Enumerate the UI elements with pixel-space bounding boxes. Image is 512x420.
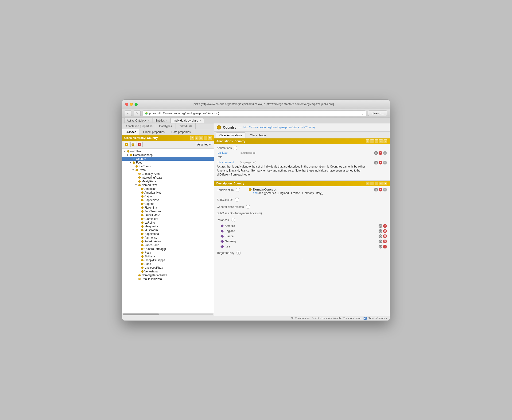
- ann-delete-btn-1[interactable]: ✕: [379, 161, 382, 165]
- add-instance-button[interactable]: +: [231, 218, 235, 222]
- inst-delete-btn-france[interactable]: ✕: [383, 234, 387, 238]
- subtab-individuals[interactable]: Individuals: [175, 123, 196, 129]
- ann-delete-btn-0[interactable]: ✕: [379, 151, 382, 155]
- inst-at-btn-germany[interactable]: @: [379, 240, 382, 243]
- ctrl-collapse[interactable]: –: [204, 136, 207, 140]
- ann-at-btn-0[interactable]: @: [374, 151, 378, 155]
- add-target-key-button[interactable]: +: [237, 251, 241, 255]
- tree-item-siciliana[interactable]: Siciliana: [122, 255, 214, 258]
- subtab-classes[interactable]: Classes: [122, 129, 140, 135]
- tree-item-fruttiDiMare[interactable]: FruttiDiMare: [122, 213, 214, 217]
- url-dropdown-icon[interactable]: ⌄: [361, 112, 364, 115]
- instance-name-germany[interactable]: Germany: [225, 240, 377, 243]
- desc-ctrl-min[interactable]: –: [379, 182, 383, 185]
- tree-item-mushroom[interactable]: Mushroom: [122, 228, 214, 232]
- ann-ctrl-expand[interactable]: □: [375, 139, 378, 143]
- desc-ctrl-i[interactable]: i: [370, 182, 374, 185]
- equiv-at-btn[interactable]: @: [374, 188, 378, 191]
- tree-item-pizza[interactable]: Pizza: [122, 168, 214, 172]
- tab-class-annotations[interactable]: Class Annotations: [216, 132, 245, 138]
- tree-item-sloppyGiuseppe[interactable]: SloppyGiuseppe: [122, 258, 214, 262]
- tab-active-ontology[interactable]: Active Ontology ✕: [124, 118, 152, 123]
- add-class-button[interactable]: +: [124, 142, 129, 147]
- tree-item-owlthing[interactable]: owl:Thing: [122, 150, 214, 153]
- ctrl-question[interactable]: ?: [190, 136, 194, 140]
- tree-item-margherita[interactable]: Margherita: [122, 225, 214, 228]
- tree-item-napoletana[interactable]: Napoletana: [122, 232, 214, 236]
- minimize-button[interactable]: [130, 103, 133, 106]
- ann-key-0[interactable]: rdfs:label: [217, 151, 238, 154]
- ann-ctrl-min[interactable]: –: [379, 139, 383, 143]
- tree-item-cajun[interactable]: Cajun: [122, 195, 214, 198]
- tree-item-parmense[interactable]: Parmense: [122, 236, 214, 240]
- add-annotation-button[interactable]: +: [233, 146, 237, 150]
- inst-delete-btn-england[interactable]: ✕: [383, 229, 387, 233]
- show-inferences-label[interactable]: Show Inferences: [364, 317, 387, 320]
- inst-at-btn-america[interactable]: @: [379, 224, 382, 228]
- subtab-annotation-properties[interactable]: Annotation properties: [122, 123, 156, 129]
- scroll-track[interactable]: [123, 314, 213, 315]
- desc-ctrl-expand[interactable]: □: [375, 182, 378, 185]
- tree-item-americanhot[interactable]: AmericanHot: [122, 191, 214, 195]
- tree-item-icecream[interactable]: IceCream: [122, 165, 214, 168]
- ann-circle-btn-1[interactable]: ○: [383, 161, 387, 165]
- equiv-class-name[interactable]: DomainConcept: [253, 188, 276, 191]
- tree-item-interestingp[interactable]: InterestingPizza: [122, 176, 214, 180]
- tree-item-capricciosa[interactable]: Capricciosa: [122, 198, 214, 202]
- ann-key-1[interactable]: rdfs:comment: [217, 161, 238, 164]
- ctrl-info[interactable]: i: [195, 136, 198, 140]
- show-inferences-checkbox[interactable]: [364, 317, 367, 320]
- tree-item-laReine[interactable]: LaReine: [122, 221, 214, 225]
- tree-item-american[interactable]: American: [122, 187, 214, 191]
- tree-item-rosa[interactable]: Rosa: [122, 251, 214, 255]
- add-equiv-button[interactable]: +: [236, 188, 240, 192]
- tab-entities[interactable]: Entities ✕: [153, 118, 171, 123]
- desc-ctrl-close[interactable]: ✕: [384, 182, 387, 185]
- horizontal-scrollbar[interactable]: [122, 313, 214, 316]
- instance-name-england[interactable]: England: [225, 229, 377, 233]
- inst-at-btn-france[interactable]: @: [379, 234, 382, 238]
- subtab-data-properties[interactable]: Data properties: [168, 129, 194, 135]
- tab-individuals-by-class[interactable]: Individuals by class ✕: [171, 118, 204, 123]
- inst-at-btn-italy[interactable]: @: [379, 245, 382, 248]
- tree-item-fourseasons[interactable]: FourSeasons: [122, 210, 214, 213]
- tree-item-nonVegP[interactable]: NonVegetarianPizza: [122, 273, 214, 277]
- ann-circle-btn-0[interactable]: ○: [383, 151, 387, 155]
- search-button[interactable]: Search...: [368, 111, 387, 116]
- tree-item-quattroFormaggi[interactable]: QuattroFormaggi: [122, 247, 214, 251]
- ann-ctrl-i[interactable]: i: [370, 139, 374, 143]
- tree-item-giardiniera[interactable]: Giardiniera: [122, 217, 214, 221]
- tree-item-unclosedPizza[interactable]: UnclosedPizza: [122, 266, 214, 270]
- tree-item-veneziana[interactable]: Veneziana: [122, 270, 214, 273]
- ctrl-close[interactable]: ✕: [208, 136, 212, 140]
- tree-item-food[interactable]: Food: [122, 161, 214, 165]
- inst-delete-btn-america[interactable]: ✕: [383, 224, 387, 228]
- tree-item-polloAdAstra[interactable]: PolloAdAstra: [122, 240, 214, 243]
- add-subclass-button[interactable]: +: [130, 142, 136, 147]
- ann-at-btn-1[interactable]: @: [374, 161, 378, 165]
- inst-delete-btn-germany[interactable]: ✕: [383, 240, 387, 243]
- tree-item-caprina[interactable]: Caprina: [122, 202, 214, 206]
- inst-delete-btn-italy[interactable]: ✕: [383, 245, 387, 248]
- delete-class-button[interactable]: ✕: [137, 142, 143, 147]
- scroll-thumb[interactable]: [123, 314, 159, 315]
- tree-item-domainconcept[interactable]: DomainConcept: [122, 153, 214, 157]
- tree-item-cheseyp[interactable]: CheeseyPizza: [122, 172, 214, 176]
- ann-ctrl-q[interactable]: ?: [366, 139, 369, 143]
- tab-individuals-by-class-close[interactable]: ✕: [199, 119, 201, 122]
- instance-name-america[interactable]: America: [225, 224, 377, 228]
- equiv-circle-btn[interactable]: ○: [383, 188, 387, 191]
- tree-item-fiorentina[interactable]: Fiorentina: [122, 206, 214, 210]
- close-button[interactable]: [125, 103, 128, 106]
- equiv-delete-btn[interactable]: ✕: [379, 188, 382, 191]
- tree-item-princeCarlo[interactable]: PrinceCarlo: [122, 243, 214, 247]
- tab-active-ontology-close[interactable]: ✕: [148, 119, 150, 122]
- add-general-axioms-button[interactable]: +: [246, 205, 250, 209]
- desc-ctrl-q[interactable]: ?: [366, 182, 369, 185]
- tab-class-usage[interactable]: Class Usage: [246, 132, 269, 138]
- forward-button[interactable]: >: [134, 111, 141, 116]
- tab-entities-close[interactable]: ✕: [166, 119, 168, 122]
- tree-item-realItalianP[interactable]: RealItalianPizza: [122, 277, 214, 281]
- ctrl-expand[interactable]: □: [199, 136, 203, 140]
- tree-item-namedp[interactable]: NamedPizza: [122, 183, 214, 187]
